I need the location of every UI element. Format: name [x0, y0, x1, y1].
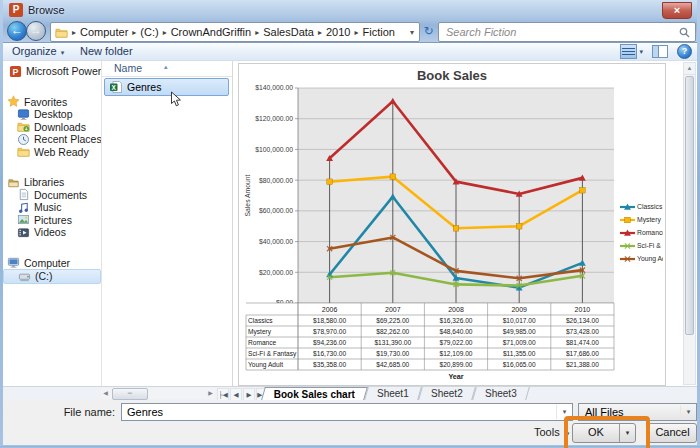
sidebar-item-label: Videos: [34, 226, 66, 238]
sidebar-item-pictures[interactable]: Pictures: [3, 214, 101, 227]
sort-ascending-icon: ▴: [164, 59, 168, 74]
change-view-button[interactable]: ▾: [620, 44, 643, 59]
breadcrumb-separator-icon: ▸: [159, 28, 171, 37]
close-button[interactable]: ×: [662, 2, 692, 19]
svg-text:$18,580.00: $18,580.00: [313, 317, 346, 324]
svg-text:$19,730.00: $19,730.00: [376, 350, 409, 357]
dialog-footer: File name: Genres ▾ All Files ▾ Tools▾ O…: [3, 400, 697, 445]
svg-text:Young Adult: Young Adult: [637, 255, 663, 263]
breadcrumb-item[interactable]: CrownAndGriffin: [171, 26, 252, 38]
svg-text:$16,730.00: $16,730.00: [313, 350, 346, 357]
sidebar-item-label: Downloads: [34, 121, 86, 133]
breadcrumb[interactable]: ▸Computer▸(C:)▸CrownAndGriffin▸SalesData…: [50, 22, 420, 42]
svg-text:Sci-Fi & Fantasy: Sci-Fi & Fantasy: [248, 350, 297, 358]
svg-text:$79,022.00: $79,022.00: [439, 339, 472, 346]
scroll-right-icon[interactable]: ▶: [206, 388, 215, 399]
breadcrumb-item[interactable]: (C:): [140, 26, 158, 38]
back-button[interactable]: ←: [7, 21, 27, 41]
sidebar-item-downloads[interactable]: Downloads: [3, 121, 101, 134]
sidebar-group-favorites[interactable]: Favorites: [3, 96, 101, 109]
svg-text:$80,000.00: $80,000.00: [259, 177, 293, 184]
hscrollbar-thumb[interactable]: ═: [112, 388, 148, 400]
sidebar-item-microsoft-powerpoint[interactable]: PMicrosoft PowerPoint: [3, 65, 101, 78]
x-axis-title: Year: [448, 372, 463, 381]
folder-icon: [17, 145, 30, 158]
svg-text:P: P: [13, 67, 19, 77]
svg-text:$35,358.00: $35,358.00: [313, 361, 346, 368]
file-list-hscrollbar[interactable]: ◀ ═ ▶: [101, 388, 215, 399]
svg-text:$40,000.00: $40,000.00: [259, 238, 293, 245]
svg-text:2010: 2010: [575, 306, 591, 313]
svg-text:$82,262.00: $82,262.00: [376, 328, 409, 335]
command-bar: Organize▾ New folder ▾ ?: [0, 43, 700, 61]
breadcrumb-item[interactable]: Fiction: [362, 26, 394, 38]
y-axis-title: Sales Amount: [244, 174, 251, 216]
breadcrumb-dropdown-icon[interactable]: ▾: [405, 28, 419, 37]
sidebar-item-label: Pictures: [34, 214, 72, 226]
sidebar-item-label: Favorites: [24, 96, 67, 108]
svg-text:$94,236.00: $94,236.00: [313, 339, 346, 346]
svg-text:X: X: [112, 84, 117, 91]
sheet-tab-sheet1[interactable]: Sheet1: [364, 387, 421, 400]
preview-pane: Book Sales$0.00$20,000.00$40,000.00$60,0…: [232, 61, 697, 386]
preview-pane-button[interactable]: [652, 45, 668, 58]
chevron-down-icon: ▾: [566, 430, 570, 437]
svg-text:$131,390.00: $131,390.00: [374, 339, 411, 346]
svg-text:$71,009.00: $71,009.00: [503, 339, 536, 346]
breadcrumb-item[interactable]: 2010: [326, 26, 350, 38]
search-input[interactable]: Search Fiction: [438, 22, 696, 42]
help-button[interactable]: ?: [677, 44, 692, 59]
svg-text:$78,970.00: $78,970.00: [313, 328, 346, 335]
scroll-left-icon[interactable]: ◀: [101, 388, 110, 399]
sidebar-item--c-[interactable]: (C:): [3, 269, 101, 284]
sidebar-group-computer[interactable]: Computer: [3, 257, 101, 270]
window-title: Browse: [28, 4, 65, 16]
sheet-tab-sheet2[interactable]: Sheet2: [418, 387, 475, 400]
svg-text:$10,017.00: $10,017.00: [503, 317, 536, 324]
svg-text:Romance: Romance: [248, 339, 277, 346]
svg-text:2009: 2009: [511, 306, 527, 313]
scrollbar-thumb[interactable]: [685, 76, 694, 335]
cancel-button[interactable]: Cancel: [648, 423, 697, 443]
scroll-up-icon[interactable]: ▲: [684, 63, 695, 75]
svg-text:2008: 2008: [448, 306, 464, 313]
svg-text:Classics: Classics: [248, 317, 273, 324]
forward-button[interactable]: →: [26, 21, 46, 41]
svg-text:$60,000.00: $60,000.00: [259, 207, 293, 214]
preview-scrollbar[interactable]: ▲: [683, 62, 696, 385]
computer-icon: [7, 256, 20, 269]
ok-button[interactable]: OK ▾: [572, 423, 636, 443]
file-item-genres[interactable]: XGenres: [104, 78, 229, 96]
new-folder-button[interactable]: New folder: [80, 44, 133, 59]
svg-text:Romance: Romance: [637, 229, 663, 236]
breadcrumb-item[interactable]: SalesData: [263, 26, 314, 38]
organize-button[interactable]: Organize▾: [12, 44, 64, 59]
chevron-down-icon[interactable]: ▾: [556, 405, 572, 419]
chevron-down-icon: ▾: [639, 48, 643, 56]
sheet-tab-sheet3[interactable]: Sheet3: [472, 387, 529, 400]
column-header-name[interactable]: Name ▴: [102, 61, 233, 77]
refresh-icon[interactable]: ↻: [422, 24, 435, 38]
sidebar-group-libraries[interactable]: Libraries: [3, 176, 101, 189]
sidebar-item-desktop[interactable]: Desktop: [3, 108, 101, 121]
sidebar-item-videos[interactable]: Videos: [3, 226, 101, 239]
browse-dialog: P Browse × ← → ▸Computer▸(C:)▸CrownAndGr…: [0, 0, 700, 448]
sheet-tabs: Book Sales chartSheet1Sheet2Sheet3: [263, 387, 527, 400]
sidebar-item-label: Computer: [24, 257, 70, 269]
file-name-input[interactable]: Genres ▾: [121, 403, 573, 421]
drive-icon: [18, 270, 31, 283]
file-list: Name ▴ XGenres: [101, 61, 233, 386]
sidebar-item-label: Desktop: [34, 108, 73, 120]
breadcrumb-items[interactable]: ▸Computer▸(C:)▸CrownAndGriffin▸SalesData…: [68, 26, 395, 38]
sheet-tab-book-sales-chart[interactable]: Book Sales chart: [261, 387, 368, 400]
sidebar-item-music[interactable]: Music: [3, 201, 101, 214]
sidebar-item-documents[interactable]: Documents: [3, 189, 101, 202]
svg-text:$48,640.00: $48,640.00: [439, 328, 472, 335]
tools-button[interactable]: Tools▾: [534, 426, 569, 438]
sidebar-item-web-ready[interactable]: Web Ready: [3, 146, 101, 159]
breadcrumb-separator-icon: ▸: [128, 28, 140, 37]
breadcrumb-item[interactable]: Computer: [80, 26, 128, 38]
ok-split-dropdown[interactable]: ▾: [619, 424, 635, 442]
file-type-select[interactable]: All Files ▾: [578, 403, 697, 421]
sidebar-item-recent-places[interactable]: Recent Places: [3, 133, 101, 146]
